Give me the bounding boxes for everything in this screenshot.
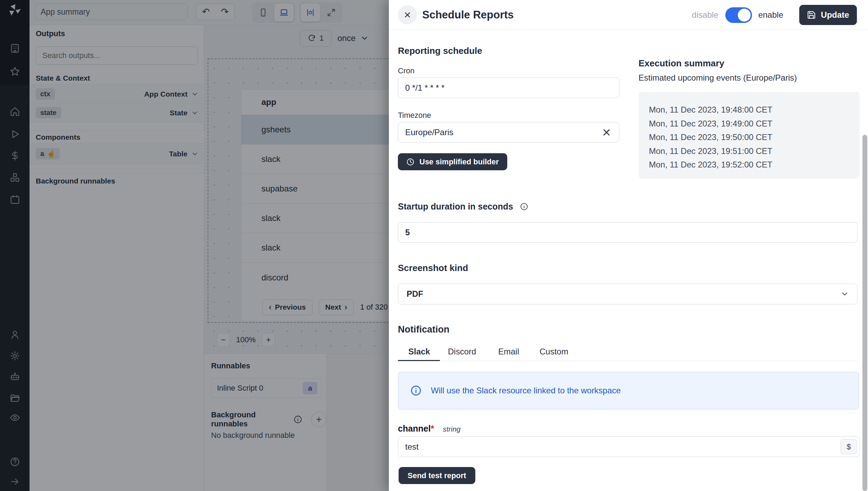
close-icon: ×: [404, 8, 411, 22]
tabs-divider: [398, 361, 858, 361]
enable-toggle[interactable]: [725, 7, 752, 23]
channel-label-text: channel: [398, 424, 431, 433]
event-line: Mon, 11 Dec 2023, 19:52:00 CET: [649, 158, 860, 172]
modal-dim-overlay[interactable]: [0, 0, 389, 491]
startup-duration-label: Startup duration in seconds: [398, 202, 528, 212]
startup-duration-input[interactable]: [398, 222, 858, 243]
toggle-disable-label: disable: [692, 10, 718, 20]
insert-variable-button[interactable]: $: [841, 439, 857, 454]
builder-label: Use simplified builder: [419, 157, 499, 166]
tab-email[interactable]: Email: [498, 347, 519, 357]
tab-slack[interactable]: Slack: [408, 347, 430, 357]
event-line: Mon, 11 Dec 2023, 19:48:00 CET: [649, 103, 860, 117]
drawer-header-actions: disable enable Update: [692, 0, 857, 30]
startup-label-text: Startup duration in seconds: [398, 202, 513, 211]
channel-type-text: string: [443, 425, 460, 433]
execution-summary-title: Execution summary: [639, 58, 724, 69]
info-icon: [410, 385, 422, 396]
event-line: Mon, 11 Dec 2023, 19:49:00 CET: [649, 117, 860, 131]
toggle-enable-label: enable: [758, 10, 783, 20]
toggle-knob: [738, 9, 751, 22]
info-icon[interactable]: [520, 202, 528, 211]
chevron-down-icon: [841, 290, 849, 298]
cron-input[interactable]: [398, 77, 619, 98]
save-icon: [807, 10, 816, 19]
timezone-label: Timezone: [398, 111, 431, 120]
required-asterisk: *: [431, 424, 434, 433]
channel-input[interactable]: [398, 436, 860, 457]
timezone-input[interactable]: [398, 122, 619, 142]
active-tab-underline: [398, 360, 440, 361]
use-simplified-builder-button[interactable]: Use simplified builder: [398, 153, 507, 170]
channel-field-label: channel* string: [398, 424, 461, 434]
notification-title: Notification: [398, 324, 450, 335]
event-line: Mon, 11 Dec 2023, 19:50:00 CET: [649, 130, 860, 144]
screenshot-kind-label: Screenshot kind: [398, 263, 468, 273]
execution-summary-subtitle: Estimated upcoming events (Europe/Paris): [639, 73, 797, 83]
alert-text: Will use the Slack resource linked to th…: [431, 386, 621, 395]
screenshot-kind-value: PDF: [407, 289, 423, 299]
clock-icon: [406, 158, 415, 166]
upcoming-events-box: Mon, 11 Dec 2023, 19:48:00 CET Mon, 11 D…: [639, 92, 860, 179]
screenshot-kind-select[interactable]: PDF: [398, 284, 858, 304]
send-test-report-label: Send test report: [408, 471, 466, 480]
reporting-schedule-title: Reporting schedule: [398, 46, 482, 56]
clear-timezone-icon[interactable]: [602, 128, 611, 137]
update-button[interactable]: Update: [799, 5, 857, 25]
tab-custom[interactable]: Custom: [540, 347, 568, 357]
update-label: Update: [821, 10, 849, 20]
drawer-scrollbar[interactable]: [862, 135, 867, 491]
dollar-icon: $: [846, 442, 851, 451]
slack-info-alert: Will use the Slack resource linked to th…: [398, 372, 859, 409]
send-test-report-button[interactable]: Send test report: [399, 467, 475, 484]
tab-discord[interactable]: Discord: [448, 347, 476, 357]
drawer-header: × Schedule Reports disable enable Update: [389, 0, 868, 30]
schedule-reports-drawer: × Schedule Reports disable enable Update…: [389, 0, 868, 491]
event-line: Mon, 11 Dec 2023, 19:51:00 CET: [649, 144, 860, 158]
cron-label: Cron: [398, 66, 415, 75]
close-drawer-button[interactable]: ×: [398, 5, 417, 24]
drawer-title: Schedule Reports: [422, 0, 514, 30]
